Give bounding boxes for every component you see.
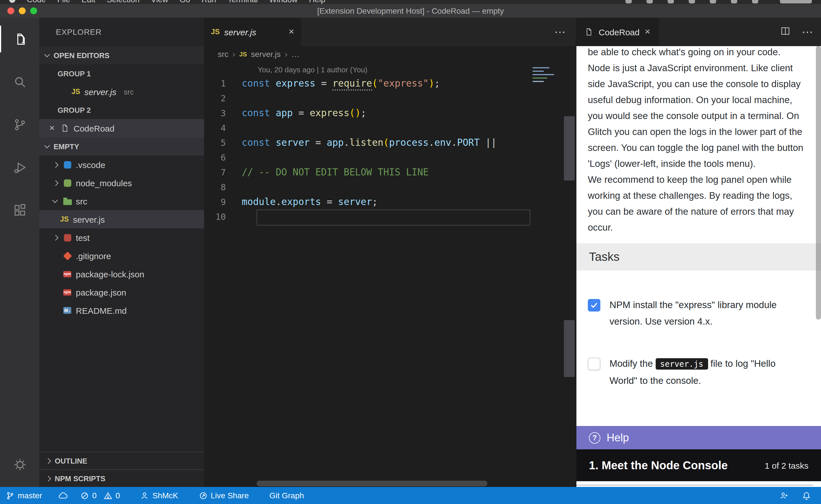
lesson-progress: 1 of 2 tasks (765, 460, 808, 470)
breadcrumb-src[interactable]: src (218, 49, 228, 58)
code-editor[interactable]: You, 20 days ago | 1 author (You) 1 cons… (204, 62, 576, 224)
git-graph-status[interactable]: Git Graph (270, 491, 304, 500)
git-branch-status[interactable]: master (6, 491, 42, 500)
question-mark-icon: ? (589, 432, 600, 443)
split-editor-icon[interactable] (781, 26, 790, 38)
lesson-footer: 1. Meet the Node Console 1 of 2 tasks (576, 449, 821, 481)
tree-item-server-js[interactable]: JS server.js (39, 210, 204, 228)
breadcrumb-more[interactable]: … (292, 49, 300, 58)
open-editor-coderoad[interactable]: × CodeRoad (39, 119, 204, 137)
close-window-button[interactable] (7, 7, 14, 14)
menu-item-go[interactable]: Go (179, 0, 190, 4)
tree-item-test[interactable]: test (39, 228, 204, 247)
explorer-files-icon[interactable] (0, 18, 39, 60)
open-editor-name: server.js (84, 87, 116, 97)
minimap-line (532, 71, 544, 72)
tree-item-gitignore[interactable]: .gitignore (39, 247, 204, 265)
horizontal-scrollbar[interactable] (257, 481, 553, 486)
close-icon[interactable]: × (645, 26, 650, 38)
code-token: = (293, 108, 310, 118)
run-debug-icon[interactable] (0, 146, 39, 189)
js-file-icon: JS (71, 87, 80, 96)
checkbox-checked[interactable] (588, 299, 600, 312)
status-bar-right (779, 491, 811, 500)
menubar-status-icon[interactable] (731, 0, 737, 3)
live-share-invite-status[interactable] (779, 491, 789, 500)
menubar-clock[interactable] (780, 0, 812, 3)
codelens-annotation[interactable]: You, 20 days ago | 1 author (You) (204, 64, 576, 76)
source-control-icon[interactable] (0, 103, 39, 146)
live-share-status[interactable]: Live Share (199, 491, 249, 500)
code-token: // -- DO NOT EDIT BELOW THIS LINE (242, 167, 429, 178)
account-status[interactable]: ShMcK (140, 491, 178, 500)
webview-scrollbar-thumb[interactable] (816, 46, 821, 319)
tree-item-vscode[interactable]: .vscode (39, 155, 204, 174)
outline-section-header[interactable]: OUTLINE (39, 452, 204, 469)
code-token: PORT (457, 137, 480, 148)
tree-item-readme-md[interactable]: M↓ README.md (39, 301, 204, 319)
task-text: NPM install the "express" library module… (609, 297, 804, 330)
open-editors-header[interactable]: OPEN EDITORS (39, 46, 204, 64)
menu-item-run[interactable]: Run (201, 0, 216, 4)
tree-item-package-json[interactable]: npm package.json (39, 283, 204, 301)
open-editors-label: OPEN EDITORS (54, 51, 109, 60)
more-actions-icon[interactable]: ⋯ (802, 25, 813, 39)
menu-item-file[interactable]: File (57, 0, 70, 4)
more-actions-icon[interactable]: ⋯ (554, 18, 565, 46)
tree-item-node-modules[interactable]: node_modules (39, 174, 204, 192)
code-token: require (332, 78, 372, 91)
tab-coderoad[interactable]: CodeRoad × (576, 18, 658, 46)
menu-item-code[interactable]: Code (27, 0, 46, 4)
notifications-bell[interactable] (802, 491, 811, 500)
code-token: ; (361, 108, 366, 118)
cloud-icon (58, 491, 68, 500)
close-icon[interactable]: × (289, 26, 294, 38)
menubar-status-icon[interactable] (626, 0, 632, 3)
menu-item-window[interactable]: Window (269, 0, 298, 4)
sync-status[interactable] (58, 491, 68, 500)
editor-group-1-label: GROUP 1 (39, 64, 204, 83)
menubar-status-icon[interactable] (647, 0, 653, 3)
menu-item-selection[interactable]: Selection (107, 0, 139, 4)
scrollbar-decoration[interactable] (564, 116, 575, 181)
menu-item-terminal[interactable]: Terminal (228, 0, 258, 4)
code-token: express (276, 78, 315, 89)
zoom-window-button[interactable] (30, 7, 37, 14)
minimize-window-button[interactable] (19, 7, 26, 14)
markdown-icon: M↓ (63, 307, 71, 314)
workspace-section-header[interactable]: EMPTY (39, 137, 204, 155)
menu-item-help[interactable]: Help (309, 0, 326, 4)
window-controls (7, 7, 37, 14)
apple-menu-icon[interactable] (9, 0, 15, 3)
menu-item-view[interactable]: View (151, 0, 168, 4)
open-editor-server-js[interactable]: JS server.js src (39, 83, 204, 101)
tree-item-src[interactable]: src (39, 192, 204, 210)
code-token (270, 137, 276, 148)
minimap-line (532, 81, 544, 82)
tree-item-package-lock-json[interactable]: npm package-lock.json (39, 265, 204, 283)
menubar-status-icon[interactable] (710, 0, 716, 3)
menu-item-edit[interactable]: Edit (81, 0, 95, 4)
npm-icon: npm (63, 271, 71, 277)
horizontal-scrollbar-thumb[interactable] (257, 481, 487, 486)
tab-server-js[interactable]: JS server.js × (204, 18, 301, 46)
menubar-status-icon[interactable] (752, 0, 758, 3)
node-modules-folder-icon (64, 179, 71, 187)
menubar-status-icon[interactable] (668, 0, 674, 3)
workbench: EXPLORER OPEN EDITORS GROUP 1 JS server.… (0, 18, 821, 487)
code-token: listen (350, 137, 383, 148)
help-accordion[interactable]: ? Help (576, 426, 821, 449)
settings-gear-icon[interactable] (0, 448, 39, 481)
breadcrumb-server-js[interactable]: server.js (251, 49, 281, 58)
close-icon[interactable]: × (47, 123, 56, 133)
npm-scripts-section-header[interactable]: NPM SCRIPTS (39, 469, 204, 487)
checkbox-unchecked[interactable] (588, 358, 600, 370)
code-line: 6 (204, 150, 576, 165)
extensions-icon[interactable] (0, 189, 39, 231)
menubar-status-icons[interactable] (626, 0, 758, 3)
search-icon[interactable] (0, 60, 39, 103)
minimap[interactable] (531, 65, 556, 82)
problems-status[interactable]: 0 0 (80, 491, 120, 500)
scrollbar-decoration[interactable] (564, 320, 575, 377)
menubar-status-icon[interactable] (689, 0, 695, 3)
